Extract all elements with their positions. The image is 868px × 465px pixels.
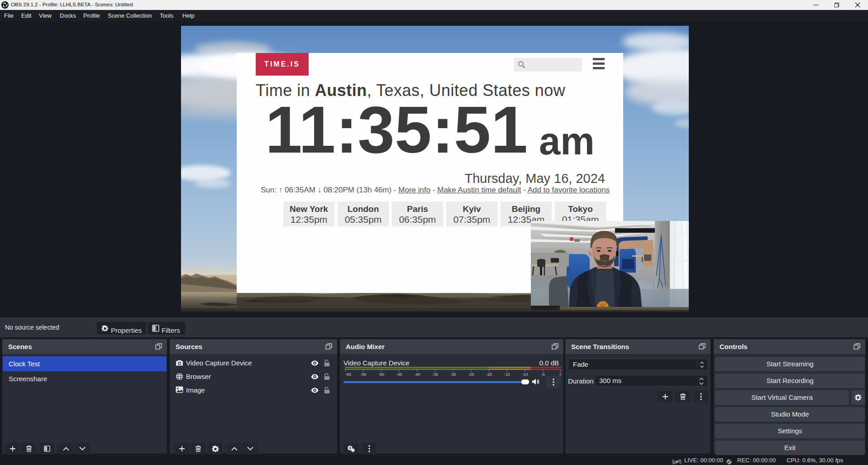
svg-text:-35: -35 <box>432 372 438 377</box>
svg-text:-5: -5 <box>541 372 545 377</box>
svg-text:-30: -30 <box>450 372 456 377</box>
svg-text:-15: -15 <box>504 372 510 377</box>
svg-text:-60: -60 <box>345 372 351 377</box>
svg-text:-40: -40 <box>414 372 420 377</box>
svg-text:-45: -45 <box>396 372 402 377</box>
svg-text:-55: -55 <box>360 372 366 377</box>
svg-text:-25: -25 <box>468 372 474 377</box>
svg-text:-20: -20 <box>486 372 492 377</box>
svg-text:-10: -10 <box>522 372 528 377</box>
svg-text:-50: -50 <box>378 372 384 377</box>
